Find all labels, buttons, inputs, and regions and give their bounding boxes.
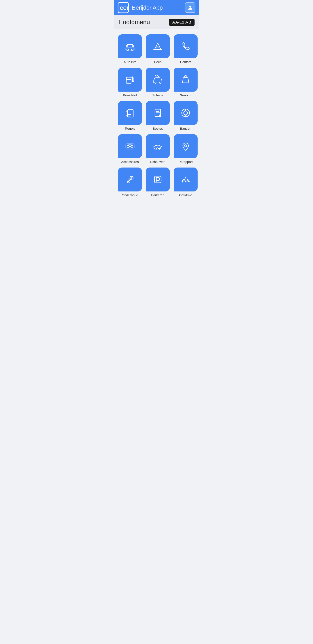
svg-point-2 [189,6,191,8]
car-icon [124,40,136,53]
grid-item-brandstof[interactable]: Brandstof [118,68,142,97]
damage-icon [151,73,164,86]
handshake-icon [151,140,164,152]
grid-label-schade: Schade [152,93,163,97]
grid-label-regels: Regels [125,126,135,130]
grid-item-schouwen[interactable]: Schouwen [146,134,170,164]
grid-item-regels[interactable]: Regels [118,101,142,130]
svg-point-32 [127,145,129,148]
grid-item-contact[interactable]: Contact [174,34,198,64]
grid-item-parkeren[interactable]: Parkeren [146,168,170,197]
user-icon [187,4,193,11]
grid-card-schouwen [146,134,170,158]
grid-label-optidrive: Optidrive [179,193,192,197]
svg-point-15 [185,76,187,78]
grid-label-brandstof: Brandstof [123,93,137,97]
wrench-icon [124,173,136,186]
grid-label-banden: Banden [180,126,191,130]
grid-label-parkeren: Parkeren [151,193,165,197]
svg-text:CCM: CCM [120,6,129,11]
app-title: Berijder App [132,4,185,11]
svg-point-11 [132,80,133,82]
grid-item-schade[interactable]: Schade [146,68,170,97]
grid-card-brandstof [118,68,142,92]
tire-icon [179,106,192,119]
grid-label-ritrapport: Ritrapport [178,160,193,164]
grid-label-auto-info: Auto info [123,60,136,64]
grid-card-auto-info [118,34,142,58]
svg-point-33 [131,145,133,148]
svg-line-38 [128,182,129,183]
cassette-icon [124,140,136,152]
grid-label-accessoires: Accessoires [121,160,139,164]
grid-card-parkeren [146,168,170,192]
svg-line-45 [188,181,189,182]
svg-point-42 [185,181,186,182]
grid-card-accessoires [118,134,142,158]
grid-item-pech[interactable]: Pech [146,34,170,64]
grid-item-gewicht[interactable]: Gewicht [174,68,198,97]
grid-card-ritrapport [174,134,198,158]
pin-icon [179,140,192,152]
svg-point-26 [184,111,188,115]
grid-item-auto-info[interactable]: Auto info [118,34,142,64]
app-header: CCM Berijder App [114,0,199,15]
grid-card-gewicht [174,68,198,92]
grid-item-optidrive[interactable]: Optidrive [174,168,198,197]
grid-item-ritrapport[interactable]: Ritrapport [174,134,198,164]
svg-line-43 [182,181,183,182]
grid-label-pech: Pech [154,60,162,64]
svg-rect-9 [126,77,131,83]
user-avatar-button[interactable] [185,2,195,13]
grid-label-onderhoud: Onderhoud [122,193,138,197]
license-plate: AA-123-B [169,19,195,26]
parking-icon [151,173,164,186]
svg-line-39 [131,177,133,179]
grid-item-boetes[interactable]: Boetes [146,101,170,130]
fuel-icon [124,73,136,86]
grid-card-onderhoud [118,168,142,192]
grid-card-contact [174,34,198,58]
grid-item-accessoires[interactable]: Accessoires [118,134,142,164]
grid-label-boetes: Boetes [153,126,163,130]
weight-icon [179,73,192,86]
gauge-icon [179,173,192,186]
phone-icon [179,40,192,53]
grid-card-pech [146,34,170,58]
grid-label-gewicht: Gewicht [180,93,192,97]
grid-card-optidrive [174,168,198,192]
grid-item-onderhoud[interactable]: Onderhoud [118,168,142,197]
scroll-icon [124,106,136,119]
grid-card-regels [118,101,142,125]
main-grid: Auto info Pech Contact [114,29,199,202]
sub-header: Hoofdmenu AA-123-B [114,15,199,29]
cone-icon [151,40,164,53]
grid-card-boetes [146,101,170,125]
grid-label-contact: Contact [180,60,191,64]
logo-icon: CCM [118,2,129,13]
grid-label-schouwen: Schouwen [150,160,165,164]
grid-card-schade [146,68,170,92]
page-title: Hoofdmenu [118,19,150,26]
grid-card-banden [174,101,198,125]
svg-point-36 [185,145,187,147]
fine-icon [151,106,164,119]
grid-item-banden[interactable]: Banden [174,101,198,130]
